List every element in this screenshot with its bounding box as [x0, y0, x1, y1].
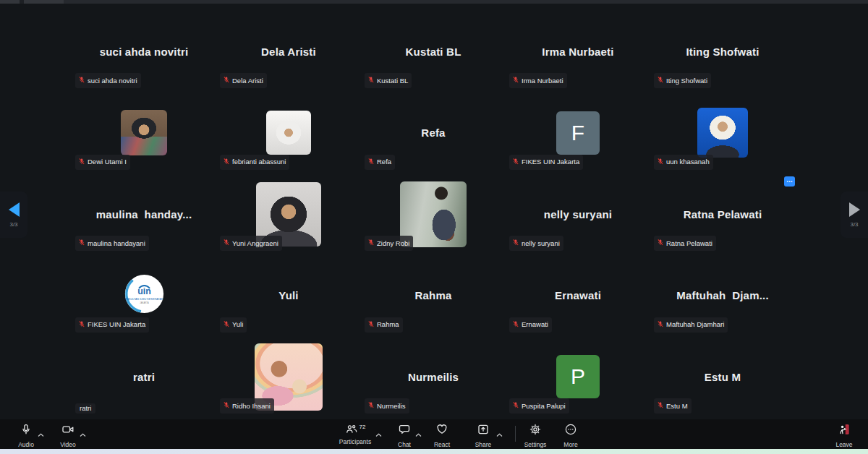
participant-name-text: Yuli: [232, 320, 243, 328]
participant-tile[interactable]: uinFAKULTAS ILMU KESEHATANJAKARTAFIKES U…: [72, 255, 216, 336]
participant-name-label: Yuni Anggraeni: [220, 236, 282, 251]
next-page-button[interactable]: 3/3: [841, 192, 868, 238]
share-options-chevron[interactable]: [496, 427, 503, 440]
muted-mic-icon: [512, 155, 519, 168]
muted-mic-icon: [512, 74, 519, 87]
gear-icon: [529, 423, 542, 439]
participant-name-text: suci ahda novitri: [88, 77, 137, 85]
participants-button[interactable]: 72 Participants: [334, 423, 376, 445]
participant-tile[interactable]: ratriratri: [72, 336, 216, 417]
muted-mic-icon: [367, 236, 375, 249]
participant-tile[interactable]: nelly suryaninelly suryani: [506, 174, 650, 254]
leave-button[interactable]: Leave: [830, 423, 858, 448]
overlay-more-button[interactable]: …: [784, 176, 795, 187]
participant-tile[interactable]: FFIKES UIN Jakarta: [506, 93, 650, 174]
participant-tile[interactable]: ErnawatiErnawati: [506, 255, 650, 336]
muted-mic-icon: [657, 74, 664, 87]
participant-tile[interactable]: Irma NurbaetiIrma Nurbaeti: [506, 11, 650, 92]
muted-mic-icon: [223, 74, 230, 87]
muted-mic-icon: [512, 236, 519, 249]
react-button[interactable]: React: [428, 423, 456, 448]
arrow-right-icon: [849, 202, 860, 217]
share-button[interactable]: Share: [469, 423, 498, 448]
muted-mic-icon: [367, 74, 375, 87]
participant-name-text: Puspita Palupi: [522, 402, 566, 410]
muted-mic-icon: [657, 399, 664, 412]
participants-options-chevron[interactable]: [375, 427, 382, 440]
participant-name-label: Dewi Utami I: [75, 155, 130, 170]
participant-name-label: Kustati BL: [365, 73, 412, 88]
participant-name-text: Ridho Ihsani: [232, 402, 271, 410]
zoom-meeting-window: suci ahda novitrisuci ahda novitriDela A…: [0, 0, 868, 454]
participant-name-label: Yuli: [220, 317, 247, 333]
participant-display-name: Yuli: [278, 289, 298, 301]
leave-meeting-icon: [838, 423, 851, 439]
muted-mic-icon: [367, 155, 375, 168]
letter-avatar: F: [556, 111, 600, 155]
participant-tile[interactable]: Yuni Anggraeni: [217, 174, 360, 254]
participant-tile[interactable]: uun khasanah: [651, 93, 794, 174]
page-indicator: 3/3: [9, 221, 17, 228]
muted-mic-icon: [657, 236, 664, 249]
participant-name-text: Zidny Robi: [377, 239, 409, 247]
participant-display-name: Dela Aristi: [261, 46, 316, 58]
participant-tile[interactable]: suci ahda novitrisuci ahda novitri: [72, 11, 216, 92]
participant-tile[interactable]: Ratna PelawatiRatna Pelawati: [651, 174, 794, 254]
participant-name-text: nelly suryani: [522, 239, 560, 247]
participant-name-label: febrianti abassuni: [220, 155, 289, 170]
participant-tile[interactable]: RahmaRahma: [362, 255, 505, 336]
participant-name-text: Yuni Anggraeni: [232, 239, 278, 247]
participant-name-text: Nurmeilis: [377, 402, 406, 410]
participant-name-label: Maftuhah Djamhari: [654, 317, 728, 333]
participant-tile[interactable]: Kustati BLKustati BL: [362, 11, 505, 92]
participant-display-name: Refa: [421, 127, 445, 139]
chat-icon: [398, 423, 411, 439]
participant-display-name: suci ahda novitri: [100, 46, 189, 58]
participant-tile[interactable]: PPuspita Palupi: [506, 336, 650, 417]
participant-tile[interactable]: Maftuhah Djam...Maftuhah Djamhari: [651, 255, 794, 336]
chat-options-chevron[interactable]: [415, 427, 422, 440]
participant-tile[interactable]: maulina handay...maulina handayani: [72, 174, 216, 254]
participant-tile[interactable]: RefaRefa: [362, 93, 505, 174]
organization-logo: uinFAKULTAS ILMU KESEHATANJAKARTA: [124, 273, 165, 317]
muted-mic-icon: [78, 155, 85, 168]
audio-options-chevron[interactable]: [38, 427, 44, 440]
participant-name-text: Rahma: [377, 320, 399, 328]
participant-name-label: Ratna Pelawati: [654, 236, 716, 251]
participant-name-text: Iting Shofwati: [666, 77, 707, 85]
audio-button[interactable]: Audio: [12, 423, 41, 448]
participant-tile[interactable]: Zidny Robi: [362, 174, 505, 254]
chat-button[interactable]: Chat: [391, 423, 418, 448]
video-camera-icon: [61, 423, 75, 439]
participant-name-text: Estu M: [666, 402, 688, 410]
participant-tile[interactable]: Iting ShofwatiIting Shofwati: [651, 11, 794, 92]
muted-mic-icon: [78, 318, 85, 331]
participant-display-name: nelly suryani: [544, 208, 612, 220]
participant-name-text: Irma Nurbaeti: [522, 77, 563, 85]
participant-name-label: Refa: [365, 155, 395, 170]
background-window-edge: [0, 449, 868, 454]
svg-text:uin: uin: [137, 287, 151, 297]
participant-name-text: Kustati BL: [377, 77, 408, 85]
participant-tile[interactable]: Dewi Utami I: [72, 93, 216, 174]
video-options-chevron[interactable]: [80, 427, 86, 440]
more-button[interactable]: More: [557, 423, 584, 448]
participant-name-label: Ridho Ihsani: [220, 398, 274, 414]
arrow-left-icon: [9, 202, 20, 217]
participant-tile[interactable]: Ridho Ihsani: [217, 336, 360, 417]
profile-photo: [697, 108, 748, 158]
participant-tile[interactable]: Estu MEstu M: [651, 336, 794, 417]
participant-name-text: maulina handayani: [88, 239, 145, 247]
settings-button[interactable]: Settings: [519, 423, 551, 448]
participant-tile[interactable]: YuliYuli: [217, 255, 360, 336]
participants-icon: [345, 423, 358, 439]
participant-name-text: uun khasanah: [666, 158, 710, 166]
share-screen-icon: [477, 423, 490, 439]
participant-tile[interactable]: Dela AristiDela Aristi: [217, 11, 360, 92]
participant-name-text: Ernawati: [522, 320, 548, 328]
participant-name-label: Estu M: [654, 398, 692, 414]
participant-name-label: Nurmeilis: [365, 398, 409, 414]
participant-tile[interactable]: febrianti abassuni: [217, 93, 360, 174]
previous-page-button[interactable]: 3/3: [0, 192, 27, 238]
participant-tile[interactable]: NurmeilisNurmeilis: [362, 336, 505, 417]
